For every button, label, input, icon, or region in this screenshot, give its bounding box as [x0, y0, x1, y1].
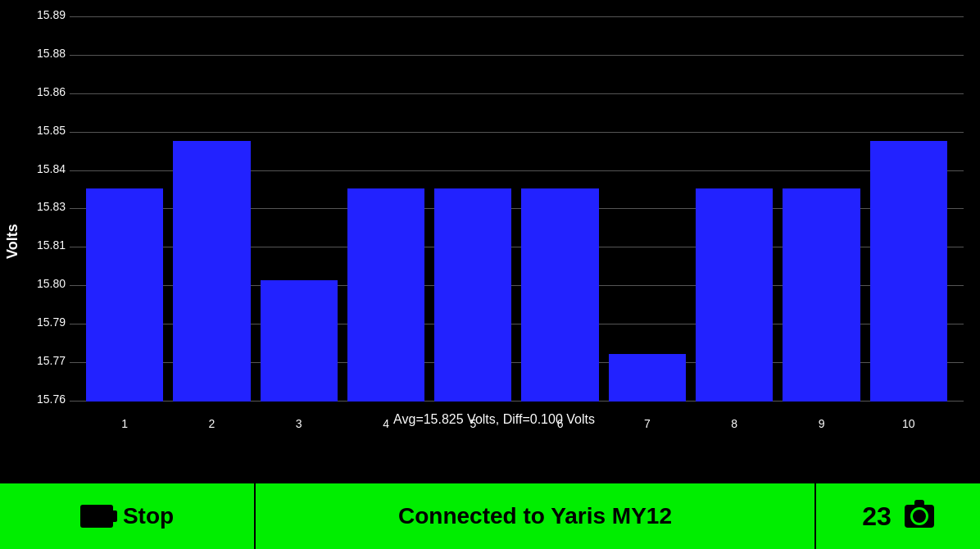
x-axis-label: 9: [783, 417, 860, 430]
count-display: 23: [862, 501, 892, 532]
bar: [783, 188, 860, 402]
y-tick-label: 15.77: [25, 354, 66, 367]
y-tick-label: 15.79: [25, 315, 66, 329]
y-tick-label: 15.89: [25, 8, 66, 21]
y-tick-label: 15.86: [25, 85, 66, 98]
camera-notch: [914, 500, 924, 505]
bar-wrapper: [173, 16, 250, 402]
x-labels: 12345678910: [70, 417, 964, 430]
x-axis-label: 1: [86, 417, 163, 430]
x-axis-label: 3: [261, 417, 338, 430]
bottom-center: Connected to Yaris MY12: [256, 483, 816, 549]
bar-wrapper: [870, 16, 947, 402]
connected-label: Connected to Yaris MY12: [398, 503, 672, 529]
grid-and-bars: 15.8915.8815.8615.8515.8415.8315.8115.80…: [25, 16, 964, 402]
bar: [347, 188, 424, 402]
bar-wrapper: [609, 16, 686, 402]
y-tick-label: 15.76: [25, 392, 66, 406]
bar: [86, 188, 163, 402]
bar-wrapper: [521, 16, 598, 402]
bar: [870, 141, 947, 402]
x-axis-label: 2: [173, 417, 250, 430]
stop-button[interactable]: Stop: [123, 503, 174, 529]
bar-wrapper: [86, 16, 163, 402]
bars-container: [70, 16, 964, 402]
camera-icon[interactable]: [905, 505, 934, 528]
bar: [434, 188, 511, 402]
y-axis-label: Volts: [0, 0, 25, 483]
x-axis-label: 7: [609, 417, 686, 430]
bar-wrapper: [434, 16, 511, 402]
bottom-right: 23: [816, 483, 980, 549]
x-axis-label: 8: [696, 417, 773, 430]
bar-wrapper: [261, 16, 338, 402]
bar: [261, 280, 338, 402]
y-tick-label: 15.84: [25, 162, 66, 175]
bottom-left: Stop: [0, 483, 256, 549]
bar: [696, 188, 773, 402]
bottom-bar: Stop Connected to Yaris MY12 23: [0, 483, 980, 549]
bar: [609, 354, 686, 402]
x-axis-label: 6: [521, 417, 598, 430]
x-axis-label: 5: [434, 417, 511, 430]
chart-inner: 15.8915.8815.8615.8515.8415.8315.8115.80…: [25, 0, 980, 483]
bar: [173, 141, 250, 402]
bar-wrapper: [783, 16, 860, 402]
x-axis-label: 10: [870, 417, 947, 430]
y-tick-label: 15.83: [25, 200, 66, 213]
y-tick-label: 15.80: [25, 277, 66, 290]
battery-icon: [80, 505, 113, 528]
x-axis-label: 4: [347, 417, 424, 430]
y-tick-label: 15.81: [25, 238, 66, 252]
bar-wrapper: [347, 16, 424, 402]
y-tick-label: 15.88: [25, 47, 66, 60]
bar: [521, 188, 598, 402]
chart-area: Volts 15.8915.8815.8615.8515.8415.8315.8…: [0, 0, 980, 483]
y-tick-label: 15.85: [25, 124, 66, 137]
bar-wrapper: [696, 16, 773, 402]
